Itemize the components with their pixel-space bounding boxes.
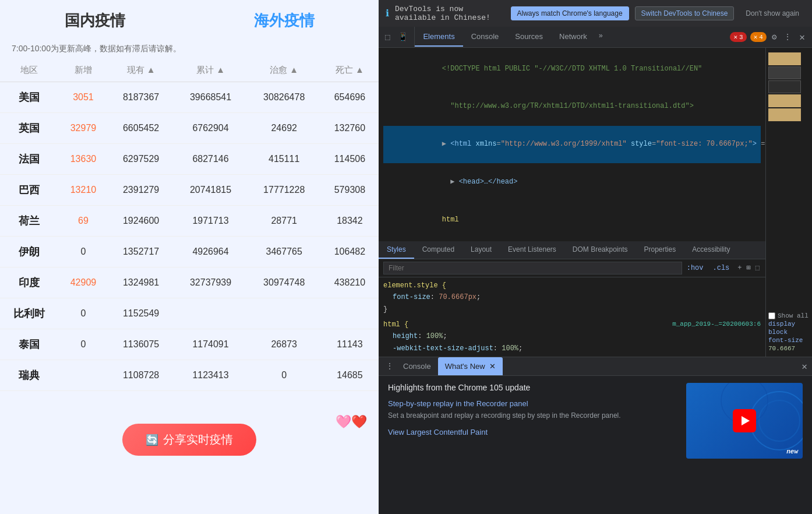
cell-value: 6297529	[108, 144, 174, 175]
devtools-notification: ℹ DevTools is now available in Chinese! …	[379, 0, 812, 27]
cell-region: 泰国	[0, 329, 58, 360]
swatch-1	[768, 52, 801, 65]
swatch-3	[768, 80, 801, 93]
tab-overseas[interactable]: 海外疫情	[236, 6, 332, 36]
more-tabs-button[interactable]: »	[595, 27, 606, 47]
cell-value: 8187367	[108, 82, 174, 113]
cell-region: 美国	[0, 82, 58, 113]
item-2-title[interactable]: View Largest Contentful Paint	[388, 428, 677, 436]
cell-region: 伊朗	[0, 237, 58, 267]
devtools-top: <!DOCTYPE html PUBLIC "-//W3C//DTD XHTML…	[379, 48, 812, 357]
show-all-row[interactable]: Show all	[768, 312, 809, 319]
cell-value: 18342	[321, 206, 379, 237]
swatch-5	[768, 108, 801, 121]
close-bottom-panel-button[interactable]: ✕	[802, 361, 807, 372]
styles-tab[interactable]: Styles	[379, 241, 414, 259]
col-recovered: 治愈 ▲	[248, 59, 321, 82]
cell-value	[174, 298, 247, 329]
color-swatches	[768, 52, 810, 121]
cell-value: 1108728	[108, 360, 174, 391]
whats-new-content: Highlights from the Chrome 105 update St…	[379, 376, 812, 514]
tab-elements[interactable]: Elements	[415, 27, 463, 47]
cls-filter-button[interactable]: .cls	[708, 262, 735, 274]
doctype-line: <!DOCTYPE html PUBLIC "-//W3C//DTD XHTML…	[383, 50, 761, 88]
cell-value: 24692	[248, 113, 321, 144]
table-row: 比利时01152549	[0, 298, 379, 329]
dom-breakpoints-tab[interactable]: DOM Breakpoints	[564, 241, 636, 259]
element-style-props: font-size: 70.6667px;	[383, 291, 761, 303]
settings-icon[interactable]: ⚙	[770, 30, 778, 44]
cell-value: 579308	[321, 175, 379, 206]
dismiss-button[interactable]: Don't show again	[740, 7, 805, 20]
cell-value: 13210	[58, 175, 108, 206]
whats-new-left: Highlights from the Chrome 105 update St…	[388, 383, 677, 507]
switch-chinese-button[interactable]: Switch DevTools to Chinese	[635, 6, 735, 20]
accessibility-tab[interactable]: Accessibility	[684, 241, 738, 259]
tab-network[interactable]: Network	[551, 27, 595, 47]
doctype-text: <!DOCTYPE html PUBLIC "-//W3C//DTD XHTML…	[442, 65, 702, 73]
table-row: 法国1363062975296827146415111114506	[0, 144, 379, 175]
layout-tab[interactable]: Layout	[463, 241, 500, 259]
rule-1-source[interactable]: m_app_2019-…=20200603:6	[672, 319, 761, 330]
share-label: 分享实时疫情	[163, 432, 233, 448]
cell-value: 20741815	[174, 175, 247, 206]
cell-region: 法国	[0, 144, 58, 175]
item-1-title[interactable]: Step-by-step replay in the Recorder pane…	[388, 399, 677, 408]
cell-value: 1136075	[108, 329, 174, 360]
console-bottom-tab[interactable]: Console	[396, 357, 438, 375]
bottom-dots-icon[interactable]: ⋮	[383, 358, 396, 375]
tab-domestic[interactable]: 国内疫情	[47, 6, 143, 36]
left-panel: 国内疫情 海外疫情 7:00-10:00为更新高峰，数据如有滞后请谅解。 地区 …	[0, 0, 379, 514]
head-arrow[interactable]: ▶	[450, 178, 458, 186]
head-line[interactable]: ▶ <head>…</head>	[383, 163, 761, 201]
share-icon: 🔄	[146, 434, 158, 446]
video-thumbnail[interactable]: new	[686, 383, 803, 459]
cell-value: 1152549	[108, 298, 174, 329]
event-listeners-tab[interactable]: Event Listeners	[500, 241, 564, 259]
computed-tab[interactable]: Computed	[414, 241, 463, 259]
filter-input[interactable]	[383, 262, 682, 274]
device-icon[interactable]: 📱	[396, 30, 409, 44]
filter-bar: :hov .cls + ⊞ ⬚	[379, 259, 765, 277]
cell-region: 瑞典	[0, 360, 58, 391]
share-button[interactable]: 🔄 分享实时疫情	[122, 424, 256, 456]
html-element-line[interactable]: ▶ <html xmlns="http://www.w3.org/1999/xh…	[383, 126, 761, 164]
col-current: 现有 ▲	[108, 59, 174, 82]
match-language-button[interactable]: Always match Chrome's language	[511, 6, 629, 20]
show-all-checkbox[interactable]	[768, 312, 775, 319]
cell-value: 3051	[58, 82, 108, 113]
table-row: 瑞典11087281123413014685	[0, 360, 379, 391]
cell-value: 2391279	[108, 175, 174, 206]
whats-new-close-icon[interactable]: ✕	[489, 362, 496, 371]
html-tree: <!DOCTYPE html PUBLIC "-//W3C//DTD XHTML…	[379, 48, 765, 241]
whats-new-tab[interactable]: What's New ✕	[438, 357, 503, 375]
info-icon: ℹ	[386, 8, 389, 19]
close-devtools-button[interactable]: ✕	[797, 29, 807, 45]
styles-content: element.style { font-size: 70.6667px; }	[379, 277, 765, 357]
toolbar-icons-left: ⬚ 📱	[379, 27, 415, 47]
hover-filter-button[interactable]: :hov	[682, 262, 708, 274]
cell-value: 0	[58, 237, 108, 267]
cell-value: 132760	[321, 113, 379, 144]
error-x-icon: ✕	[733, 33, 737, 41]
inspect-style-icon[interactable]: ⬚	[754, 262, 761, 273]
cell-value: 415111	[248, 144, 321, 175]
whats-new-item-2: View Largest Contentful Paint	[388, 428, 677, 436]
table-row: 荷兰69192460019717132877118342	[0, 206, 379, 237]
play-button[interactable]	[733, 409, 756, 432]
tab-sources[interactable]: Sources	[507, 27, 551, 47]
html-arrow[interactable]: ▶	[442, 140, 450, 148]
cell-value: 28771	[248, 206, 321, 237]
vertical-dots-icon[interactable]: ⋮	[782, 30, 793, 44]
new-rule-icon[interactable]: ⊞	[746, 262, 752, 273]
tab-console[interactable]: Console	[463, 27, 507, 47]
cell-value	[58, 360, 108, 391]
properties-tab[interactable]: Properties	[636, 241, 684, 259]
table-row: 伊朗0135271749269643467765106482	[0, 237, 379, 267]
inspect-icon[interactable]: ⬚	[383, 30, 391, 44]
cell-value: 6762904	[174, 113, 247, 144]
cell-value: 1352717	[108, 237, 174, 267]
video-label: new	[786, 448, 798, 455]
devtools-panel: ℹ DevTools is now available in Chinese! …	[379, 0, 812, 514]
add-style-rule-button[interactable]: +	[734, 262, 745, 274]
